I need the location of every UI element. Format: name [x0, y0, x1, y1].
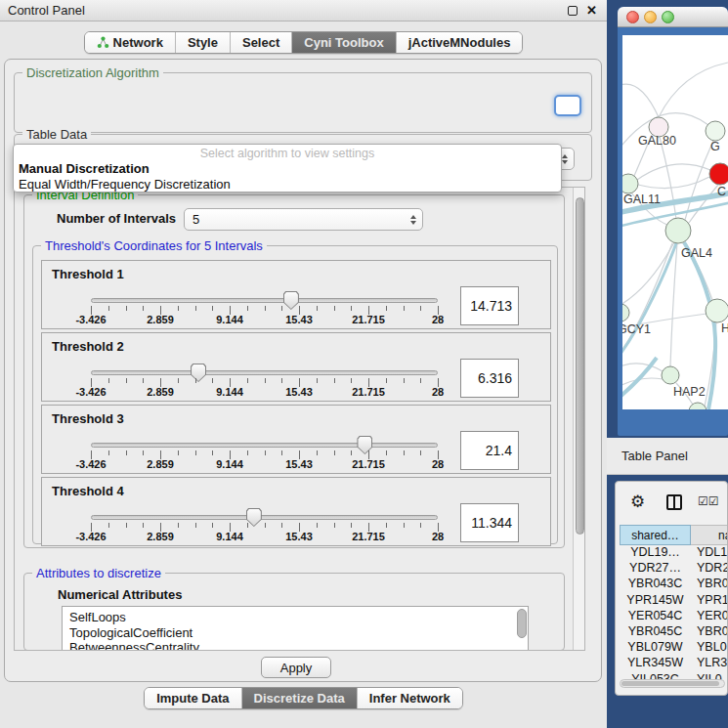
network-graph: GAL80GCGAL11GAL4GCY1HHAP2 [622, 35, 728, 409]
tab-cyni-toolbox[interactable]: Cyni Toolbox [291, 32, 395, 53]
cell-name: YDL1 [691, 545, 728, 561]
zoom-traffic-icon[interactable] [662, 11, 674, 23]
table-row[interactable]: YDL19…YDL1 [620, 545, 728, 561]
threshold-panel: Threshold 4-3.4262.8599.14415.4321.71528… [41, 477, 551, 546]
network-icon [97, 36, 109, 49]
checkbox-icons[interactable]: ☑☑ [698, 494, 719, 508]
tick-label: 15.43 [285, 531, 313, 542]
cell-name: YER0 [691, 609, 728, 624]
algorithm-hint: Select algorithm to view settings [14, 145, 561, 160]
tick-mark [247, 450, 248, 455]
network-node[interactable] [622, 304, 629, 321]
tick-mark [178, 523, 179, 528]
scrollbar-track[interactable] [573, 188, 585, 651]
slider-track[interactable] [91, 298, 438, 303]
slider-track[interactable] [91, 515, 438, 520]
close-icon[interactable]: ✕ [586, 3, 597, 18]
threshold-label: Threshold 2 [52, 339, 124, 354]
tick-mark [126, 378, 127, 383]
gear-icon[interactable]: ⚙ [630, 492, 645, 512]
tab-label: Style [188, 35, 218, 50]
attribute-list-item[interactable]: SelfLoops [63, 610, 528, 625]
tick-mark [317, 378, 318, 383]
table-row[interactable]: YBL079WYBL0 [620, 640, 728, 656]
column-header-shared-name[interactable]: shared… [620, 525, 691, 545]
tick-mark [178, 450, 179, 455]
algorithm-combobox-focused[interactable] [554, 95, 581, 116]
interval-definition-group: Interval Definition Number of Intervals … [23, 194, 565, 548]
tick-mark [212, 523, 213, 528]
tab-jactivemnodules[interactable]: jActiveMNodules [396, 32, 523, 53]
network-node[interactable] [689, 403, 707, 409]
threshold-value-field[interactable]: 14.713 [460, 286, 519, 325]
threshold-value-field[interactable]: 21.4 [460, 431, 519, 470]
slider-track[interactable] [91, 370, 438, 375]
list-scrollbar[interactable] [517, 609, 527, 638]
tick-mark [195, 523, 196, 528]
slider-track[interactable] [91, 443, 438, 448]
tab-style[interactable]: Style [175, 32, 230, 53]
tick-mark [265, 306, 266, 311]
close-traffic-icon[interactable] [626, 11, 639, 23]
table-header-row: shared… na [620, 525, 728, 545]
network-node[interactable] [662, 366, 679, 384]
column-header-name[interactable]: na [691, 525, 728, 545]
tick-mark [178, 378, 179, 383]
float-window-icon[interactable] [568, 6, 578, 16]
cyni-toolbox-panel: Discretization Algorithm Select algorith… [4, 59, 602, 682]
scrollbar-thumb[interactable] [576, 197, 584, 535]
threshold-value-field[interactable]: 6.316 [460, 359, 519, 398]
network-canvas[interactable]: GAL80GCGAL11GAL4GCY1HHAP2 [622, 35, 728, 409]
tick-mark [126, 450, 127, 455]
table-hscrollbar[interactable] [620, 679, 725, 688]
apply-button[interactable]: Apply [261, 657, 331, 678]
threshold-panel: Threshold 2-3.4262.8599.14415.4321.71528… [41, 332, 551, 402]
tick-label: 28 [432, 531, 444, 542]
table-row[interactable]: YBR045CYBR0 [620, 624, 728, 640]
columns-icon[interactable] [666, 494, 682, 510]
node-label: C [717, 185, 726, 198]
bottom-tab-discretize-data[interactable]: Discretize Data [241, 688, 357, 708]
cell-shared-name: YBL079W [620, 640, 691, 656]
hscrollbar-thumb[interactable] [621, 681, 719, 686]
table-row[interactable]: YPR145WYPR1 [620, 593, 728, 609]
network-node[interactable] [709, 163, 728, 185]
minimize-traffic-icon[interactable] [644, 11, 657, 23]
bottom-tab-impute-data[interactable]: Impute Data [145, 688, 240, 708]
threshold-label: Threshold 4 [52, 484, 124, 498]
network-node[interactable] [706, 299, 728, 322]
cell-shared-name: YDL19… [620, 545, 691, 561]
table-row[interactable]: YLR345WYLR3 [620, 656, 728, 671]
table-row[interactable]: YBR043CYBR0 [620, 577, 728, 592]
network-node[interactable] [622, 174, 638, 193]
numerical-attributes-list[interactable]: SelfLoopsTopologicalCoefficientBetweenne… [62, 606, 529, 651]
algorithm-option[interactable]: Manual Discretization [14, 160, 561, 176]
tick-mark [317, 450, 318, 455]
tick-mark [126, 306, 127, 311]
node-table: shared… na YDL19…YDL1YDR27…YDR2YBR043CYB… [620, 525, 728, 688]
tick-mark [143, 523, 144, 528]
tick-mark [334, 450, 335, 455]
tick-mark [281, 450, 282, 455]
tick-mark [386, 306, 387, 311]
tick-label: 9.144 [216, 531, 243, 542]
cell-name: YLR3 [691, 656, 728, 671]
table-row[interactable]: YER054CYER0 [620, 609, 728, 624]
algorithm-option[interactable]: Equal Width/Frequency Discretization [14, 176, 561, 192]
attribute-list-item[interactable]: BetweennessCentrality [63, 640, 528, 651]
tab-select[interactable]: Select [230, 32, 291, 53]
node-label: H [721, 321, 728, 335]
tick-label: 21.715 [352, 386, 385, 398]
tick-mark [195, 306, 196, 311]
network-node[interactable] [665, 218, 691, 243]
threshold-value-field[interactable]: 11.344 [460, 503, 519, 542]
number-of-intervals-combobox[interactable]: 5 [184, 208, 423, 231]
network-node[interactable] [706, 121, 725, 141]
attribute-list-item[interactable]: TopologicalCoefficient [63, 625, 528, 641]
discretization-algorithm-title: Discretization Algorithm [22, 65, 163, 80]
bottom-tab-infer-network[interactable]: Infer Network [357, 688, 462, 708]
tab-network[interactable]: Network [85, 32, 175, 53]
table-row[interactable]: YDR27…YDR2 [620, 561, 728, 577]
cell-shared-name: YER054C [620, 609, 691, 624]
tick-mark [420, 378, 421, 383]
